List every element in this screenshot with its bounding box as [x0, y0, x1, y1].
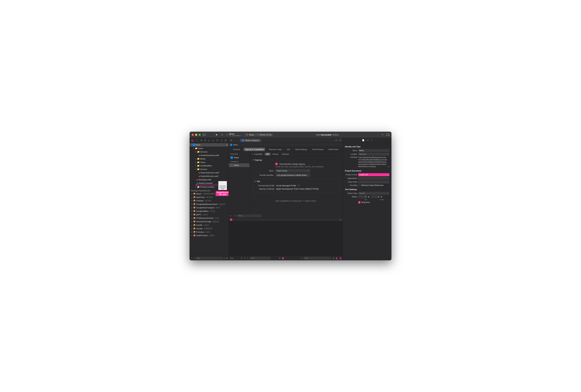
- forward-icon[interactable]: ›: [237, 139, 239, 141]
- eye-icon[interactable]: 👁: [279, 257, 280, 259]
- package-googledatatransport[interactable]: ▸📦GoogleDataTransport9.4.0: [190, 206, 228, 209]
- add-icon[interactable]: ＋: [190, 257, 192, 260]
- project-root[interactable]: ▾ Notes M: [190, 143, 228, 147]
- reveal-icon[interactable]: ➜: [388, 165, 389, 168]
- editor-tab[interactable]: Notes.xcodeproj: [240, 139, 261, 142]
- organization-input[interactable]: [358, 177, 389, 180]
- package-interopforgoogle[interactable]: ▸📦InteropForGoogle100.0.0: [190, 220, 228, 223]
- back-icon[interactable]: ‹: [234, 139, 236, 141]
- tab-build-phases[interactable]: Build Phases: [311, 148, 325, 151]
- remove-target-icon[interactable]: －: [232, 214, 234, 217]
- tab-stepper[interactable]: [368, 196, 370, 198]
- target-item[interactable]: Notes: [229, 163, 250, 167]
- filter-scope-icon[interactable]: ⊙: [247, 257, 248, 259]
- close-window[interactable]: [192, 134, 194, 136]
- filter-scope-icon[interactable]: ⊙: [235, 215, 236, 217]
- package-grpc[interactable]: ▸📦gRPC1.62.2: [190, 213, 228, 216]
- issue-icon[interactable]: ⚠: [208, 139, 210, 142]
- name-input[interactable]: [358, 149, 389, 152]
- format-select[interactable]: Xcode 14.0⌄: [358, 173, 389, 176]
- search-icon[interactable]: ⚲: [204, 139, 206, 142]
- folder-services[interactable]: ▾📁 Services: [190, 150, 228, 154]
- bundle-identifier-input[interactable]: [275, 173, 310, 177]
- folder-model[interactable]: ▸📁 Model: [190, 157, 228, 160]
- package-appcheck[interactable]: ▸📦AppCheck10.19.0: [190, 195, 228, 199]
- bookmark-icon[interactable]: ⏿: [200, 139, 202, 142]
- scope-release[interactable]: Release: [280, 153, 291, 155]
- metrics-icon[interactable]: ⬢: [282, 257, 284, 260]
- debug-icon[interactable]: ⏱: [216, 139, 218, 142]
- ios-section-header[interactable]: ▾ iOS: [255, 180, 339, 182]
- file-inspector-icon[interactable]: 📄: [362, 139, 364, 141]
- file-notesrepository[interactable]: ◆ NotesRepository.swift: [190, 154, 228, 157]
- project-navigator-icon[interactable]: ▤: [191, 139, 194, 142]
- minimize-checkbox[interactable]: [358, 184, 360, 186]
- package-nanopb[interactable]: ▸📦nanopb2.30910.0: [190, 227, 228, 230]
- project-item[interactable]: Notes: [229, 156, 250, 159]
- tab-build-rules[interactable]: Build Rules: [327, 148, 340, 151]
- file-noteslistscreen[interactable]: ◆ NotesListScreen.swift: [190, 171, 228, 174]
- tab-general[interactable]: General: [232, 148, 241, 151]
- help-inspector-icon[interactable]: ?: [371, 139, 372, 141]
- scope-icon[interactable]: ⊙: [193, 257, 195, 259]
- scm-icon[interactable]: ⊞: [226, 257, 228, 259]
- folder-screens[interactable]: ▾📁 Screens: [190, 167, 228, 171]
- filter-scope-icon[interactable]: ⊙: [300, 257, 302, 259]
- class-prefix-input[interactable]: [358, 181, 389, 183]
- history-inspector-icon[interactable]: ◷: [367, 139, 369, 141]
- file-notesapp[interactable]: ◆ NotesApp.swift: [190, 178, 228, 181]
- debug-tab-icon[interactable]: [230, 219, 232, 221]
- package-swiftprotobuf[interactable]: ▸📦SwiftProtobuf1.26.0: [190, 234, 228, 237]
- left-pane-icon[interactable]: ◧: [336, 257, 338, 260]
- maximize-window[interactable]: [198, 134, 201, 136]
- report-icon[interactable]: ☰: [224, 139, 227, 142]
- tab-signing[interactable]: Signing & Capabilities: [244, 148, 265, 151]
- right-pane-icon[interactable]: ◨: [339, 257, 341, 260]
- tab-info[interactable]: Info: [286, 148, 291, 151]
- package-googleutilities[interactable]: ▸📦GoogleUtilities7.13.1: [190, 209, 228, 213]
- navigator-filter[interactable]: [196, 257, 223, 260]
- package-googleappmeasurement[interactable]: ▸📦GoogleAppMeasurement10.24.0: [190, 202, 228, 206]
- add-capability-button[interactable]: ＋Capability: [251, 153, 262, 155]
- tab-width-input[interactable]: [358, 195, 367, 198]
- scheme-selector[interactable]: ⫘ Notes #1 - Add "Notes f...: [226, 133, 242, 137]
- package-leveldb[interactable]: ▸📦leveldb1.22.5: [190, 223, 228, 227]
- folder-views[interactable]: ▸📁 Views: [190, 160, 228, 164]
- run-destination[interactable]: Notes › ☐ iPhone 15 Pro: [244, 133, 274, 136]
- auto-signing-checkbox[interactable]: ✓: [275, 163, 278, 165]
- jump-bar[interactable]: Notes: [229, 143, 343, 147]
- breakpoint-icon[interactable]: ⬠: [220, 139, 222, 142]
- location-select[interactable]: Absolute⌄: [358, 153, 389, 156]
- indent-stepper[interactable]: [381, 196, 383, 198]
- debug-auto[interactable]: Auto: [230, 257, 234, 259]
- variables-filter[interactable]: [250, 257, 271, 260]
- info-icon[interactable]: ⓘ: [298, 184, 300, 187]
- clock-icon[interactable]: ◷: [224, 257, 225, 259]
- add-button-icon[interactable]: ＋: [381, 134, 384, 136]
- trash-icon[interactable]: 🗑: [332, 257, 334, 259]
- indent-using-select[interactable]: Spaces⌄: [358, 192, 389, 195]
- folder-notes[interactable]: ▾📁 Notes: [190, 147, 228, 150]
- tab-build-settings[interactable]: Build Settings: [294, 148, 308, 151]
- wrap-lines-checkbox[interactable]: ✓: [358, 201, 360, 203]
- console-toggle-icon[interactable]: ▭: [340, 218, 341, 221]
- split-icon[interactable]: ⊟: [339, 139, 342, 141]
- refresh-icon[interactable]: ⇄: [335, 139, 338, 141]
- sidebar-toggle-icon[interactable]: [203, 134, 206, 136]
- package-firebase[interactable]: ▸📦Firebase10.24.0: [190, 199, 228, 202]
- signing-header[interactable]: ▾ Signing: [253, 159, 340, 161]
- info-icon[interactable]: ⓘ: [244, 257, 246, 260]
- scope-debug[interactable]: Debug: [271, 153, 280, 155]
- team-selector[interactable]: Peter Friese⌄: [275, 169, 310, 172]
- test-icon[interactable]: ◇: [212, 139, 214, 142]
- run-button[interactable]: [215, 134, 218, 136]
- scope-all[interactable]: All: [265, 153, 270, 155]
- add-target-icon[interactable]: ＋: [230, 214, 232, 217]
- file-noteeditscreen[interactable]: ◆ NoteEditScreen.swift: [190, 174, 228, 178]
- minimize-window[interactable]: [195, 134, 197, 136]
- related-items-icon[interactable]: ⊞: [230, 139, 233, 141]
- package-gtmsessionfetcher[interactable]: ▸📦GTMSessionFetcher3.4.1: [190, 216, 228, 220]
- source-control-icon[interactable]: ⬚: [196, 139, 198, 142]
- package-promises[interactable]: ▸📦Promises2.4.0: [190, 230, 228, 234]
- folder-viewmodifiers[interactable]: ▸📁 ViewModifiers: [190, 164, 228, 167]
